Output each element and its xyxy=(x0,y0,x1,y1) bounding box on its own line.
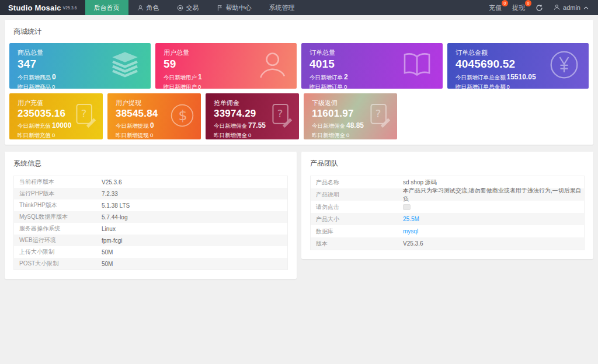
stat-yesterday-value: 0 xyxy=(346,132,349,138)
stat-today-label: 今日新增用户 xyxy=(164,74,197,80)
menu-label: 角色 xyxy=(147,4,159,12)
row-value: sd shop 源码 xyxy=(403,178,437,187)
menu-item-system[interactable]: 系统管理 xyxy=(260,0,304,15)
stat-yesterday: 昨日新增订单总金额0 xyxy=(456,83,580,89)
menu-item-roles[interactable]: 角色 xyxy=(128,0,168,15)
row-label: WEB运行环境 xyxy=(14,236,102,244)
withdraw-link[interactable]: 提现 0 xyxy=(512,4,525,12)
stat-yesterday: 昨日新增提现0 xyxy=(116,132,193,139)
stat-yesterday-value: 0 xyxy=(52,83,55,89)
row-label: 运行PHP版本 xyxy=(14,190,102,198)
stat-today-value: 15510.05 xyxy=(507,73,536,81)
stat-yesterday-value: 0 xyxy=(150,132,153,138)
product-team-panel: 产品团队 产品名称sd shop 源码 产品说明本产品只为学习测试交流,请勿要做… xyxy=(301,152,593,259)
menu-item-home[interactable]: 后台首页 xyxy=(85,0,128,15)
table-row: WEB运行环境fpm-fcgi xyxy=(14,235,287,246)
flag-icon xyxy=(217,5,223,11)
stat-yesterday-label: 昨日新增佣金 xyxy=(214,132,247,138)
bottom-panels: 系统信息 当前程序版本V25.3.6 运行PHP版本7.2.33 ThinkPH… xyxy=(5,152,593,279)
stat-yesterday-label: 昨日新增订单 xyxy=(310,83,343,89)
system-info-panel: 系统信息 当前程序版本V25.3.6 运行PHP版本7.2.33 ThinkPH… xyxy=(5,152,297,279)
main-content: 商城统计 商品总量 347 今日新增商品0 昨日新增商品0 用户总量 59 今日… xyxy=(0,15,598,284)
stat-yesterday-value: 0 xyxy=(52,132,55,138)
row-label: POST大小限制 xyxy=(14,260,102,268)
table-row: 产品说明本产品只为学习测试交流,请勿要做商业或者用于违法行为,一切后果自负 xyxy=(311,188,584,201)
row-value: V25.3.6 xyxy=(102,179,121,186)
file-question-icon: ? xyxy=(74,102,97,131)
withdraw-label: 提现 xyxy=(512,4,525,11)
transaction-coin-icon xyxy=(177,5,183,11)
row-value: V25.3.6 xyxy=(403,240,423,247)
stat-today-value: 77.55 xyxy=(248,121,266,130)
stat-card-order-commission: 抢单佣金 33974.29 今日新增佣金77.55 昨日新增佣金0 ? xyxy=(206,93,299,139)
recharge-badge: 0 xyxy=(502,0,508,6)
row-label: MySQL数据库版本 xyxy=(14,213,102,221)
stat-today-label: 今日新增商品 xyxy=(18,74,51,80)
table-row: 运行PHP版本7.2.33 xyxy=(14,188,287,200)
row-value: 5.7.44-log xyxy=(102,214,127,220)
recharge-link[interactable]: 充值 0 xyxy=(489,4,502,12)
app-brand: Studio Mosaic V25.3.6 xyxy=(0,0,85,15)
row-label: 服务器操作系统 xyxy=(14,225,102,233)
user-icon xyxy=(256,50,287,82)
navbar-utilities: 充值 0 提现 0 admin xyxy=(489,0,598,15)
role-user-icon xyxy=(137,5,144,11)
stat-yesterday-value: 0 xyxy=(248,132,251,138)
svg-text:?: ? xyxy=(81,107,87,119)
table-row: 当前程序版本V25.3.6 xyxy=(14,176,287,188)
app-title: Studio Mosaic xyxy=(8,4,61,12)
svg-text:?: ? xyxy=(376,107,381,119)
stats-row-2: 用户充值 235035.16 今日新增充值10000 昨日新增充值0 ? 用户提… xyxy=(5,93,593,139)
menu-label: 后台首页 xyxy=(94,4,120,12)
row-value: Linux xyxy=(102,226,116,232)
menu-label: 系统管理 xyxy=(269,4,295,12)
dollar-circle-icon: $ xyxy=(169,103,195,131)
table-row: MySQL数据库版本5.7.44-log xyxy=(14,211,287,223)
table-row: ThinkPHP版本5.1.38 LTS xyxy=(14,200,287,211)
row-value: 本产品只为学习测试交流,请勿要做商业或者用于违法行为,一切后果自负 xyxy=(403,187,584,203)
user-menu[interactable]: admin xyxy=(554,4,589,12)
menu-label: 交易 xyxy=(186,4,199,12)
product-team-table: 产品名称sd shop 源码 产品说明本产品只为学习测试交流,请勿要做商业或者用… xyxy=(310,176,585,250)
table-row: 产品大小25.5M xyxy=(311,213,584,225)
svg-text:$: $ xyxy=(179,107,187,124)
stat-yesterday-label: 昨日新增商品 xyxy=(18,83,51,89)
system-info-title: 系统信息 xyxy=(5,152,297,175)
table-row: 数据库mysql xyxy=(311,225,584,237)
table-row: 版本V25.3.6 xyxy=(311,237,584,250)
stats-panel-title: 商城统计 xyxy=(5,20,593,43)
system-info-table: 当前程序版本V25.3.6 运行PHP版本7.2.33 ThinkPHP版本5.… xyxy=(13,176,288,270)
top-navbar: Studio Mosaic V25.3.6 后台首页 角色 交易 帮助中心 系统… xyxy=(0,0,598,15)
menu-item-transactions[interactable]: 交易 xyxy=(168,0,208,15)
do-not-click-icon[interactable] xyxy=(403,204,411,210)
row-value: 50M xyxy=(102,249,113,256)
stats-panel: 商城统计 商品总量 347 今日新增商品0 昨日新增商品0 用户总量 59 今日… xyxy=(5,20,593,145)
stat-yesterday: 昨日新增订单0 xyxy=(310,83,434,89)
stat-today-label: 今日新增佣金 xyxy=(214,123,247,129)
stat-today-label: 今日新增订单总金额 xyxy=(456,74,506,80)
stat-today-value: 0 xyxy=(52,73,56,81)
stat-card-withdraw: 用户提现 38545.84 今日新增提现0 昨日新增提现0 $ xyxy=(107,93,201,139)
database-link[interactable]: mysql xyxy=(403,228,418,235)
refresh-icon[interactable] xyxy=(536,4,543,12)
row-value: 5.1.38 LTS xyxy=(102,202,130,209)
menu-item-help-center[interactable]: 帮助中心 xyxy=(208,0,260,15)
stat-yesterday: 昨日新增佣金0 xyxy=(312,132,389,139)
person-icon xyxy=(554,4,560,12)
stat-today-value: 2 xyxy=(344,73,348,81)
row-label: 上传大小限制 xyxy=(14,248,102,256)
stat-today-label: 今日新增订单 xyxy=(310,74,343,80)
stat-card-orders: 订单总量 4015 今日新增订单2 昨日新增订单0 xyxy=(301,43,443,89)
row-label: ThinkPHP版本 xyxy=(14,201,102,209)
stat-card-order-total: 订单总金额 4045690.52 今日新增订单总金额15510.05 昨日新增订… xyxy=(447,43,589,89)
stat-today-value: 0 xyxy=(150,121,154,130)
stat-card-referral-commission: 下级返佣 11601.97 今日新增佣金48.85 昨日新增佣金0 ? xyxy=(304,93,397,139)
book-icon xyxy=(401,51,433,80)
table-row: POST大小限制50M xyxy=(14,258,287,270)
file-question-icon: ? xyxy=(368,102,391,131)
stat-yesterday-label: 昨日新增佣金 xyxy=(312,132,345,138)
row-label: 当前程序版本 xyxy=(14,178,102,186)
stat-card-products: 商品总量 347 今日新增商品0 昨日新增商品0 xyxy=(9,43,151,89)
product-size-link[interactable]: 25.5M xyxy=(403,216,419,222)
row-label: 版本 xyxy=(311,240,403,248)
